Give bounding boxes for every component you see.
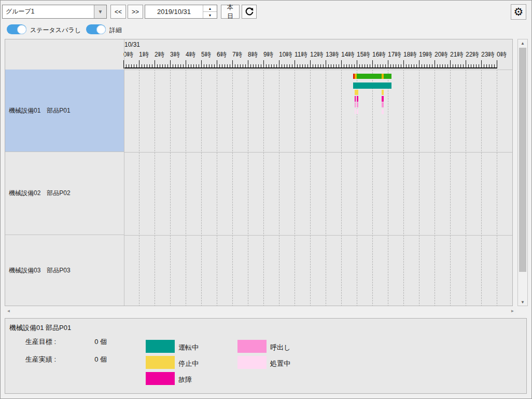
ruler-major-tick — [497, 60, 497, 68]
ruler-minor-tick — [258, 64, 259, 68]
hour-label: 6時 — [217, 50, 227, 59]
ruler-minor-tick — [375, 64, 375, 68]
gantt-bar-call[interactable] — [357, 102, 358, 107]
gantt-bar-treatment[interactable] — [382, 109, 384, 114]
ruler-major-tick — [466, 60, 466, 68]
date-input[interactable]: 2019/10/31 ▲ ▼ — [145, 5, 217, 19]
gantt-bar-treatment[interactable] — [357, 109, 358, 114]
hour-gridline — [310, 70, 311, 306]
hour-label: 0時 — [497, 50, 507, 59]
ruler-minor-tick — [323, 64, 324, 68]
ruler-minor-tick — [398, 64, 399, 68]
machine-row-label[interactable]: 機械設備01 部品P01 — [5, 70, 124, 152]
machine-row-label[interactable]: 機械設備03 部品P03 — [5, 235, 124, 306]
hour-label: 10時 — [279, 50, 292, 59]
ruler-minor-tick — [346, 64, 347, 68]
spinner-down-icon[interactable]: ▼ — [203, 12, 217, 18]
gantt-bar-fault[interactable] — [355, 96, 356, 102]
ruler-minor-tick — [396, 64, 396, 68]
ruler-minor-tick — [349, 64, 349, 68]
ruler-minor-tick — [471, 64, 471, 68]
ruler-minor-tick — [336, 64, 337, 68]
group-select[interactable]: グループ1 ▼ — [2, 5, 107, 19]
ruler-minor-tick — [209, 64, 209, 68]
ruler-minor-tick — [320, 64, 321, 68]
ruler-minor-tick — [492, 64, 492, 68]
toggle-status-split[interactable] — [7, 24, 26, 34]
scroll-right-icon[interactable]: ► — [509, 307, 516, 315]
gantt-bar-running[interactable] — [353, 82, 391, 89]
ruler-major-tick — [217, 60, 217, 68]
toggle-detail[interactable] — [86, 24, 106, 34]
hour-gridline — [263, 70, 264, 306]
ruler-major-tick — [403, 60, 404, 68]
ruler-minor-tick — [313, 64, 313, 68]
dropdown-arrow-icon[interactable]: ▼ — [94, 5, 106, 18]
prev-day-button[interactable]: << — [110, 5, 126, 19]
ruler-minor-tick — [359, 64, 360, 68]
ruler-minor-tick — [162, 64, 163, 68]
hour-label: 4時 — [186, 50, 195, 59]
hour-label: 21時 — [450, 50, 463, 59]
scroll-left-icon[interactable]: ◄ — [5, 307, 12, 315]
hour-gridline — [481, 70, 482, 306]
gantt-bar-treatment[interactable] — [355, 109, 356, 114]
ruler-minor-tick — [287, 64, 287, 68]
horizontal-scrollbar[interactable]: ◄ ► — [5, 307, 516, 315]
group-select-value: グループ1 — [3, 7, 94, 16]
stat-value: 0 個 — [57, 355, 107, 364]
gantt-bar-fault[interactable] — [357, 96, 358, 102]
ruler-minor-tick — [429, 64, 430, 68]
next-day-button[interactable]: >> — [128, 5, 143, 19]
ruler-minor-tick — [486, 64, 487, 68]
refresh-button[interactable] — [242, 5, 257, 19]
detail-panel-title: 機械設備01 部品P01 — [9, 323, 71, 333]
ruler-minor-tick — [261, 64, 261, 68]
gantt-bar-call[interactable] — [382, 102, 384, 107]
ruler-minor-tick — [253, 64, 254, 68]
vertical-scroll-thumb[interactable] — [519, 48, 526, 272]
toggle-label: ステータスバラし — [30, 26, 81, 35]
ruler-minor-tick — [427, 64, 427, 68]
vertical-scrollbar[interactable]: ▲ ▼ — [517, 39, 528, 306]
gantt-bar-summary[interactable] — [357, 74, 382, 79]
gantt-chart-panel: 10/31 0時1時2時3時4時5時6時7時8時9時10時11時12時13時14… — [5, 39, 513, 306]
hour-gridline — [388, 70, 388, 306]
legend-label: 運転中 — [178, 343, 199, 352]
ruler-minor-tick — [196, 64, 197, 68]
gantt-bar-stopped[interactable] — [355, 90, 358, 95]
settings-button[interactable]: ⚙ — [511, 4, 526, 20]
hour-label: 7時 — [232, 50, 242, 59]
ruler-major-tick — [450, 60, 451, 68]
date-spinner[interactable]: ▲ ▼ — [203, 5, 217, 18]
ruler-minor-tick — [489, 64, 489, 68]
hour-gridline — [217, 70, 217, 306]
today-button[interactable]: 本日 — [221, 5, 240, 19]
ruler-minor-tick — [142, 64, 142, 68]
ruler-minor-tick — [440, 64, 440, 68]
ruler-major-tick — [326, 60, 326, 68]
gantt-bar-stopped[interactable] — [382, 90, 384, 95]
gantt-bar-call[interactable] — [355, 102, 356, 107]
hour-label: 1時 — [139, 50, 149, 59]
ruler-minor-tick — [494, 64, 495, 68]
gantt-bar-summary[interactable] — [384, 74, 391, 79]
ruler-minor-tick — [460, 64, 461, 68]
gantt-bar-fault[interactable] — [382, 96, 384, 102]
scroll-up-icon[interactable]: ▲ — [518, 39, 527, 47]
ruler-minor-tick — [352, 64, 352, 68]
hour-gridline — [295, 70, 295, 306]
ruler-minor-tick — [305, 64, 305, 68]
hour-gridline — [372, 70, 373, 306]
ruler-minor-tick — [383, 64, 383, 68]
ruler-minor-tick — [344, 64, 344, 68]
ruler-minor-tick — [214, 64, 215, 68]
legend-label: 故障 — [178, 375, 192, 384]
ruler-minor-tick — [484, 64, 484, 68]
ruler-minor-tick — [191, 64, 191, 68]
machine-row-label[interactable]: 機械設備02 部品P02 — [5, 152, 124, 235]
ruler-minor-tick — [225, 64, 225, 68]
scroll-down-icon[interactable]: ▼ — [518, 298, 527, 306]
ruler-minor-tick — [447, 64, 448, 68]
spinner-up-icon[interactable]: ▲ — [203, 5, 217, 12]
